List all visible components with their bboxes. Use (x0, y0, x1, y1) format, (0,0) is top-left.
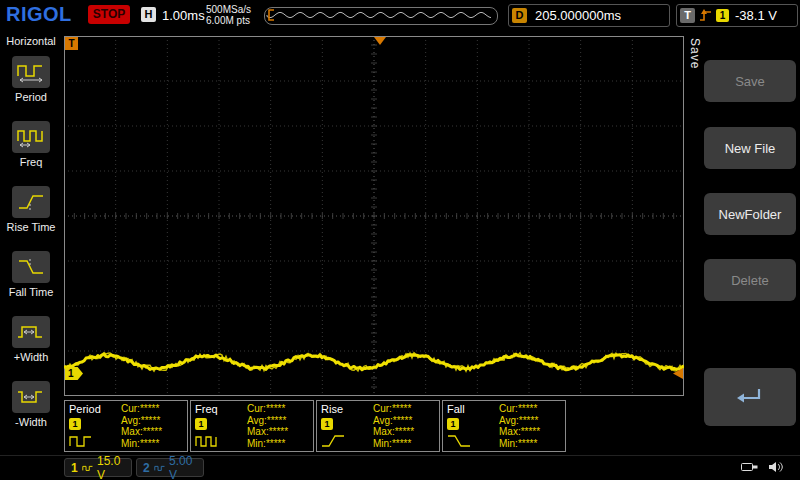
measurement-row: Period 1 Cur:***** Avg:***** Max:***** M… (64, 400, 566, 452)
sidebar-item-label: Fall Time (9, 286, 54, 298)
sample-rate-block: 500MSa/s 6.00M pts (206, 4, 251, 26)
channel1-coupling-icon (82, 463, 93, 473)
memory-waveform-icon (265, 8, 495, 22)
top-status-bar: RIGOL STOP H 1.00ms 500MSa/s 6.00M pts D… (0, 0, 800, 30)
min-value: Min:***** (121, 438, 162, 450)
max-value: Max:***** (499, 426, 540, 438)
measurement-name: Period (69, 403, 101, 415)
cur-value: Cur:***** (247, 403, 288, 415)
menu-tab-save: Save (688, 38, 702, 69)
trigger-position-marker[interactable] (374, 37, 386, 45)
measurement-values: Cur:***** Avg:***** Max:***** Min:***** (121, 403, 162, 449)
min-value: Min:***** (499, 438, 540, 450)
channel1-scale: 15.0 V (97, 454, 125, 480)
measurement-panel-freq[interactable]: Freq 1 Cur:***** Avg:***** Max:***** Min… (190, 400, 314, 452)
measurement-panel-period[interactable]: Period 1 Cur:***** Avg:***** Max:***** M… (64, 400, 188, 452)
measurement-panel-fall[interactable]: Fall 1 Cur:***** Avg:***** Max:***** Min… (442, 400, 566, 452)
max-value: Max:***** (373, 426, 414, 438)
sidebar-item-label: Rise Time (7, 221, 56, 233)
measurement-panel-rise[interactable]: Rise 1 Cur:***** Avg:***** Max:***** Min… (316, 400, 440, 452)
channel2-coupling-icon (154, 463, 165, 473)
sidebar-item-rise-time[interactable]: Rise Time (0, 177, 62, 242)
trigger-channel-badge: 1 (716, 9, 729, 22)
fall-glyph-icon (446, 433, 472, 449)
channel-status-bar: 1 15.0 V 2 5.00 V (0, 455, 800, 480)
sidebar-item-label: +Width (14, 351, 49, 363)
measurement-name: Fall (447, 403, 465, 415)
channel-badge: 1 (195, 418, 207, 430)
sidebar-item-label: Period (15, 91, 47, 103)
sidebar-item-freq[interactable]: Freq (0, 112, 62, 177)
timebase-value: 1.00ms (162, 8, 205, 23)
soft-menu: Save Save New File NewFolder Delete (686, 30, 800, 455)
rise-time-icon (12, 186, 50, 218)
cur-value: Cur:***** (499, 403, 540, 415)
rigol-logo: RIGOL (6, 3, 72, 26)
sidebar-title: Horizontal (0, 30, 62, 47)
measurement-name: Rise (321, 403, 343, 415)
save-button: Save (704, 60, 796, 102)
pos-width-icon (12, 316, 50, 348)
measurement-values: Cur:***** Avg:***** Max:***** Min:***** (247, 403, 288, 449)
sidebar-item-label: Freq (20, 156, 43, 168)
speaker-icon (768, 460, 786, 474)
new-folder-button[interactable]: NewFolder (704, 193, 796, 235)
trigger-corner-marker: T (65, 37, 78, 50)
new-file-button[interactable]: New File (704, 127, 796, 169)
return-button[interactable] (704, 368, 796, 426)
min-value: Min:***** (247, 438, 288, 450)
trigger-level-value: -38.1 V (735, 8, 777, 23)
freq-glyph-icon (194, 433, 220, 449)
min-value: Min:***** (373, 438, 414, 450)
sidebar-item-period[interactable]: Period (0, 47, 62, 112)
measurement-name: Freq (195, 403, 218, 415)
return-arrow-icon (735, 386, 765, 408)
channel2-status[interactable]: 2 5.00 V (136, 458, 204, 477)
avg-value: Avg:***** (373, 415, 414, 427)
sidebar-item-neg-width[interactable]: -Width (0, 372, 62, 437)
sidebar-item-pos-width[interactable]: +Width (0, 307, 62, 372)
delete-button: Delete (704, 259, 796, 301)
memory-position-bar (264, 7, 498, 25)
sidebar-item-label: -Width (15, 416, 47, 428)
oscilloscope-screen: RIGOL STOP H 1.00ms 500MSa/s 6.00M pts D… (0, 0, 800, 480)
trigger-readout: T 1 -38.1 V (676, 4, 798, 27)
rising-edge-icon (699, 8, 713, 23)
waveform-display: T 1 (64, 36, 684, 396)
period-glyph-icon (68, 433, 94, 449)
period-icon (12, 56, 50, 88)
graticule (64, 36, 684, 396)
measure-sidebar: Horizontal Period Freq (0, 30, 62, 455)
avg-value: Avg:***** (499, 415, 540, 427)
run-state-badge[interactable]: STOP (88, 5, 130, 24)
channel2-id: 2 (143, 461, 150, 475)
channel-badge: 1 (69, 418, 81, 430)
avg-value: Avg:***** (247, 415, 288, 427)
avg-value: Avg:***** (121, 415, 162, 427)
delay-readout: D 205.000000ms (508, 4, 670, 27)
channel2-scale: 5.00 V (169, 454, 197, 480)
delay-value: 205.000000ms (535, 8, 621, 23)
neg-width-icon (12, 381, 50, 413)
horizontal-badge: H (141, 7, 156, 22)
channel-badge: 1 (447, 418, 459, 430)
fall-time-icon (12, 251, 50, 283)
freq-icon (12, 121, 50, 153)
memory-depth: 6.00M pts (206, 15, 251, 26)
cur-value: Cur:***** (373, 403, 414, 415)
delay-badge: D (512, 8, 527, 23)
max-value: Max:***** (247, 426, 288, 438)
cur-value: Cur:***** (121, 403, 162, 415)
max-value: Max:***** (121, 426, 162, 438)
trigger-badge: T (680, 8, 695, 23)
channel-badge: 1 (321, 418, 333, 430)
measurement-values: Cur:***** Avg:***** Max:***** Min:***** (373, 403, 414, 449)
channel1-id: 1 (71, 461, 78, 475)
measurement-values: Cur:***** Avg:***** Max:***** Min:***** (499, 403, 540, 449)
channel1-status[interactable]: 1 15.0 V (64, 458, 132, 477)
sample-rate: 500MSa/s (206, 4, 251, 15)
sidebar-item-fall-time[interactable]: Fall Time (0, 242, 62, 307)
usb-icon (740, 460, 760, 474)
rise-glyph-icon (320, 433, 346, 449)
